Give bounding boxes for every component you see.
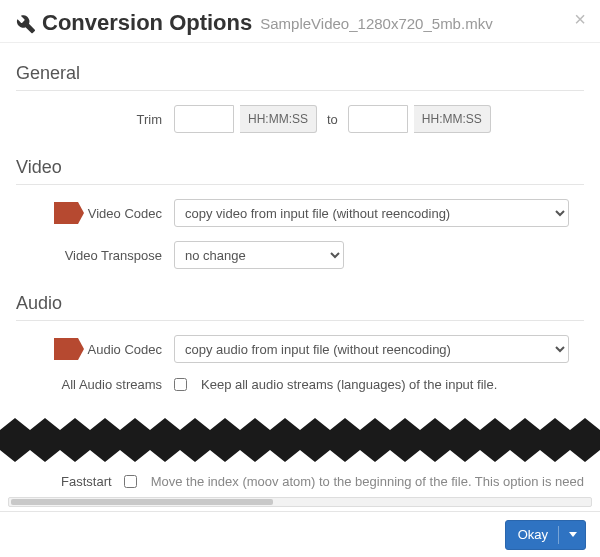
keep-all-streams-label: Keep all audio streams (languages) of th… (201, 377, 497, 392)
label-trim: Trim (16, 112, 174, 127)
flag-icon (54, 338, 78, 360)
okay-button-label: Okay (518, 527, 548, 542)
label-video-transpose: Video Transpose (16, 248, 174, 263)
dialog-body[interactable]: General Trim HH:MM:SS to HH:MM:SS Video … (0, 43, 600, 511)
dialog-header: Conversion Options SampleVideo_1280x720_… (0, 0, 600, 42)
label-audio-codec: Audio Codec (16, 338, 174, 360)
audio-codec-select[interactable]: copy audio from input file (without reen… (174, 335, 569, 363)
trim-to-input[interactable] (348, 105, 408, 133)
okay-button[interactable]: Okay (505, 520, 586, 550)
horizontal-scrollbar[interactable] (8, 497, 592, 511)
row-video-transpose: Video Transpose no change (16, 241, 584, 269)
flag-icon (54, 202, 78, 224)
label-faststart: Faststart (16, 474, 124, 489)
label-video-codec-text: Video Codec (88, 206, 162, 221)
video-transpose-select[interactable]: no change (174, 241, 344, 269)
wrench-icon (14, 12, 36, 34)
close-button[interactable]: × (574, 8, 586, 31)
keep-all-streams-checkbox[interactable] (174, 378, 187, 391)
faststart-desc: Move the index (moov atom) to the beginn… (151, 474, 584, 489)
conversion-options-dialog: Conversion Options SampleVideo_1280x720_… (0, 0, 600, 557)
dialog-filename: SampleVideo_1280x720_5mb.mkv (260, 15, 492, 32)
okay-button-separator (558, 526, 559, 544)
dialog-title: Conversion Options (42, 10, 252, 36)
trim-from-input[interactable] (174, 105, 234, 133)
row-video-codec: Video Codec copy video from input file (… (16, 199, 584, 227)
label-audio-codec-text: Audio Codec (88, 342, 162, 357)
section-title-general: General (16, 53, 584, 91)
row-faststart: Faststart Move the index (moov atom) to … (16, 474, 584, 489)
torn-edge-decoration (0, 418, 600, 462)
row-all-audio-streams: All Audio streams Keep all audio streams… (16, 377, 584, 392)
trim-controls: HH:MM:SS to HH:MM:SS (174, 105, 584, 133)
video-codec-select[interactable]: copy video from input file (without reen… (174, 199, 569, 227)
row-audio-codec: Audio Codec copy audio from input file (… (16, 335, 584, 363)
hscroll-thumb[interactable] (11, 499, 273, 505)
dialog-body-wrap: General Trim HH:MM:SS to HH:MM:SS Video … (0, 42, 600, 511)
label-video-codec: Video Codec (16, 202, 174, 224)
trim-to-suffix: HH:MM:SS (414, 105, 491, 133)
faststart-checkbox[interactable] (124, 475, 137, 488)
hscroll-track (8, 497, 592, 507)
dialog-footer: Okay (0, 511, 600, 557)
row-trim: Trim HH:MM:SS to HH:MM:SS (16, 105, 584, 133)
label-all-audio-streams: All Audio streams (16, 377, 174, 392)
trim-from-suffix: HH:MM:SS (240, 105, 317, 133)
trim-to-label: to (327, 112, 338, 127)
caret-down-icon (569, 532, 577, 537)
section-title-audio: Audio (16, 283, 584, 321)
section-title-video: Video (16, 147, 584, 185)
